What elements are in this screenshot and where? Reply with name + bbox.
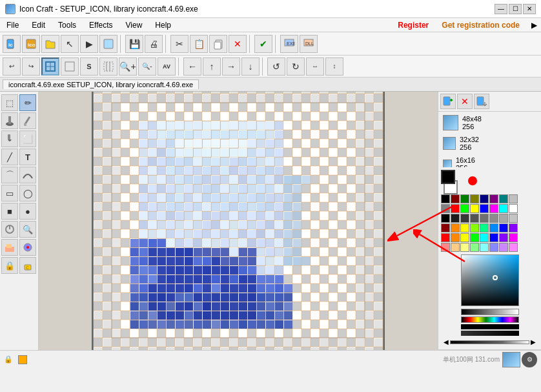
tool-bucket[interactable] [1, 112, 18, 129]
ico-button[interactable]: ico [22, 35, 40, 53]
delete-button[interactable]: ✕ [229, 35, 247, 53]
grayscale-bar[interactable] [461, 309, 519, 315]
tool-extra1[interactable] [1, 239, 18, 256]
menu-file[interactable]: File [4, 20, 21, 30]
menu-tools[interactable]: Tools [56, 20, 79, 30]
tool-zoom-canvas[interactable]: 🔍 [19, 221, 36, 238]
move-up-button[interactable]: ↑ [203, 57, 221, 76]
frame-button[interactable] [99, 35, 117, 53]
palette-cell[interactable] [509, 204, 518, 213]
slider-bar[interactable] [450, 340, 529, 344]
palette-cell[interactable] [470, 204, 479, 213]
export-icon-button[interactable] [474, 94, 489, 109]
maximize-button[interactable]: ☐ [509, 4, 522, 14]
register-button[interactable]: Register [398, 21, 429, 30]
menu-edit[interactable]: Edit [29, 20, 48, 30]
undo-button[interactable]: ↩ [3, 57, 21, 76]
rotate-ccw-button[interactable]: ↺ [267, 57, 285, 76]
file-tab[interactable]: iconcraft.4.69.exe SETUP_ICON, library i… [3, 79, 199, 89]
tool-arc[interactable]: ⌒ [1, 167, 18, 183]
minimize-button[interactable]: — [495, 4, 507, 14]
av-button[interactable]: AV [158, 57, 176, 76]
palette-cell[interactable] [451, 204, 460, 213]
palette-cell[interactable] [509, 233, 518, 242]
palette-cell[interactable] [489, 233, 498, 242]
palette-cell[interactable] [499, 194, 508, 203]
get-code-button[interactable]: Get registration code [442, 21, 520, 30]
redo-button[interactable]: ↪ [22, 57, 40, 76]
tool-filled-ellipse[interactable]: ● [19, 203, 36, 220]
open-button[interactable] [41, 35, 59, 53]
palette-cell[interactable] [499, 214, 508, 223]
icon-entry-2[interactable]: 16x16256 [440, 154, 540, 167]
palette-cell[interactable] [470, 243, 479, 252]
move-left-button[interactable]: ← [183, 57, 201, 76]
flip-h-button[interactable]: ↔ [306, 57, 324, 76]
palette-cell[interactable] [480, 233, 489, 242]
palette-cell[interactable] [489, 214, 498, 223]
tool-pencil[interactable]: ✏ [19, 94, 36, 111]
palette-cell[interactable] [499, 204, 508, 213]
tool-extra2[interactable] [19, 239, 36, 256]
palette-cell[interactable] [470, 194, 479, 203]
palette-cell[interactable] [460, 233, 469, 242]
palette-cell[interactable] [441, 233, 450, 242]
flip-v-button[interactable]: ↕ [325, 57, 343, 76]
palette-cell[interactable] [441, 223, 450, 232]
new-button[interactable]: ic [3, 35, 21, 53]
palette-cell[interactable] [451, 194, 460, 203]
save-button[interactable]: 💾 [125, 35, 143, 53]
palette-cell[interactable] [460, 214, 469, 223]
palette-cell[interactable] [499, 243, 508, 252]
palette-cell[interactable] [460, 243, 469, 252]
tool-brush[interactable] [1, 130, 18, 147]
menu-effects[interactable]: Effects [87, 20, 115, 30]
rotate-cw-button[interactable]: ↻ [287, 57, 305, 76]
tool-line[interactable]: ╱ [1, 149, 18, 165]
move-right-button[interactable]: → [222, 57, 240, 76]
move-down-button[interactable]: ↓ [241, 57, 260, 76]
palette-cell[interactable] [460, 223, 469, 232]
tool-lock2[interactable]: C [19, 257, 36, 274]
tool-filled-rect[interactable]: ■ [1, 203, 18, 220]
palette-cell[interactable] [470, 233, 479, 242]
palette-cell[interactable] [489, 194, 498, 203]
foreground-color[interactable] [441, 170, 455, 184]
palette-cell[interactable] [451, 243, 460, 252]
palette-cell[interactable] [470, 214, 479, 223]
palette-cell[interactable] [480, 204, 489, 213]
palette-cell[interactable] [451, 223, 460, 232]
palette-cell[interactable] [509, 223, 518, 232]
palette-cell[interactable] [489, 243, 498, 252]
palette-cell[interactable] [470, 223, 479, 232]
palette-cell[interactable] [509, 194, 518, 203]
menu-help[interactable]: Help [152, 20, 174, 30]
palette-cell[interactable] [480, 223, 489, 232]
hue-bar[interactable] [461, 316, 519, 323]
zoom-in-button[interactable]: 🔍+ [119, 57, 137, 76]
grid-toggle-button[interactable] [99, 57, 117, 76]
tool-text[interactable]: T [19, 149, 36, 165]
tool-select[interactable]: ⬚ [1, 94, 18, 111]
tool-eyedrop[interactable] [19, 112, 36, 129]
frame-view-button[interactable] [61, 57, 79, 76]
icon-entry-1[interactable]: 32x32256 [440, 134, 540, 153]
slider-right-btn[interactable]: ▶ [531, 338, 536, 346]
tool-rect[interactable]: ▭ [1, 185, 18, 201]
grid-view-button[interactable] [41, 57, 59, 76]
print-button[interactable]: 🖨 [145, 35, 163, 53]
tool-curve[interactable] [19, 167, 36, 183]
palette-cell[interactable] [489, 204, 498, 213]
zoom-out-button[interactable]: 🔍- [138, 57, 156, 76]
menu-view[interactable]: View [123, 20, 145, 30]
palette-cell[interactable] [441, 204, 450, 213]
palette-cell[interactable] [509, 214, 518, 223]
palette-cell[interactable] [460, 204, 469, 213]
delete-icon-button[interactable]: ✕ [457, 94, 473, 109]
palette-cell[interactable] [441, 194, 450, 203]
palette-cell[interactable] [441, 243, 450, 252]
tool-ellipse[interactable]: ◯ [19, 185, 36, 201]
pixel-canvas[interactable] [93, 92, 383, 350]
check-button[interactable]: ✔ [254, 35, 272, 53]
color-picker[interactable] [461, 254, 519, 306]
